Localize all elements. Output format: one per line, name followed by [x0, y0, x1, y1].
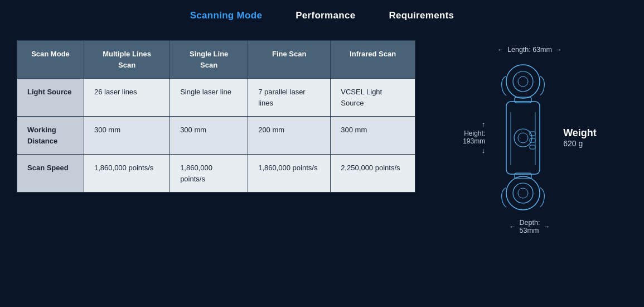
svg-rect-8: [530, 138, 535, 142]
svg-point-13: [506, 176, 540, 210]
weight-value: 620 g: [563, 139, 583, 148]
depth-dimension: ← Depth:53mm →: [510, 219, 550, 234]
tab-performance[interactable]: Performance: [296, 10, 355, 21]
cell-light-source-fine: 7 parallel laser lines: [248, 79, 331, 117]
row-label-working-distance: Working Distance: [17, 117, 84, 155]
depth-label: Depth:53mm: [520, 219, 540, 234]
spec-table: Scan Mode Multiple Lines Scan Single Lin…: [17, 40, 415, 193]
svg-point-11: [518, 133, 528, 143]
cell-scan-speed-multiple: 1,860,000 points/s: [84, 155, 170, 193]
cell-scan-speed-fine: 1,860,000 points/s: [248, 155, 331, 193]
col-header-infrared: Infrared Scan: [331, 41, 415, 79]
svg-rect-9: [530, 145, 535, 149]
length-label: Length: 63mm: [507, 46, 552, 54]
length-dimension: ← Length: 63mm →: [497, 46, 562, 54]
cell-light-source-infrared: VCSEL Light Source: [331, 79, 415, 117]
diagram-wrap: ↑ Height:193mm ↓: [463, 59, 597, 215]
cell-working-distance-multiple: 300 mm: [84, 117, 170, 155]
cell-working-distance-infrared: 300 mm: [331, 117, 415, 155]
cell-light-source-single: Single laser line: [170, 79, 248, 117]
svg-point-10: [514, 129, 532, 147]
table-header-row: Scan Mode Multiple Lines Scan Single Lin…: [17, 41, 415, 79]
table-row: Scan Speed 1,860,000 points/s 1,860,000 …: [17, 155, 415, 193]
svg-point-0: [506, 65, 540, 98]
svg-point-2: [518, 76, 528, 87]
svg-point-15: [518, 188, 528, 198]
tab-scanning-mode[interactable]: Scanning Mode: [190, 10, 263, 21]
device-illustration: [490, 59, 556, 215]
table-row: Working Distance 300 mm 300 mm 200 mm 30…: [17, 117, 415, 155]
cell-light-source-multiple: 26 laser lines: [84, 79, 170, 117]
svg-point-1: [513, 71, 533, 92]
cell-working-distance-single: 300 mm: [170, 117, 248, 155]
cell-scan-speed-single: 1,860,000 points/s: [170, 155, 248, 193]
main-content: Scan Mode Multiple Lines Scan Single Lin…: [0, 29, 644, 234]
svg-rect-4: [506, 102, 540, 174]
row-label-light-source: Light Source: [17, 79, 84, 117]
col-header-scan-mode: Scan Mode: [17, 41, 84, 79]
weight-title: Weight: [563, 127, 597, 139]
weight-info: Weight 620 g: [563, 127, 597, 148]
table-row: Light Source 26 laser lines Single laser…: [17, 79, 415, 117]
cell-scan-speed-infrared: 2,250,000 points/s: [331, 155, 415, 193]
svg-point-14: [513, 183, 533, 203]
cell-working-distance-fine: 200 mm: [248, 117, 331, 155]
row-label-scan-speed: Scan Speed: [17, 155, 84, 193]
tab-requirements[interactable]: Requirements: [389, 10, 454, 21]
height-dimension: ↑ Height:193mm ↓: [463, 120, 485, 155]
col-header-fine-scan: Fine Scan: [248, 41, 331, 79]
top-navigation: Scanning Mode Performance Requirements: [0, 0, 644, 29]
col-header-multiple-lines: Multiple Lines Scan: [84, 41, 170, 79]
device-diagram: ← Length: 63mm → ↑ Height:193mm ↓: [432, 40, 627, 234]
col-header-single-line: Single Line Scan: [170, 41, 248, 79]
